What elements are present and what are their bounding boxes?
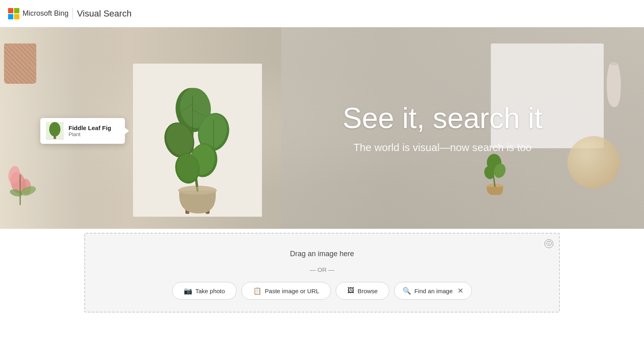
paste-url-button[interactable]: 📋 Paste image or URL bbox=[241, 282, 331, 300]
plant-svg bbox=[133, 64, 262, 217]
svg-point-27 bbox=[49, 122, 60, 137]
tooltip-card: Fiddle Leaf Fig Plant bbox=[40, 118, 125, 144]
tooltip-thumbnail bbox=[46, 122, 64, 140]
find-image-label: Find an image bbox=[414, 288, 453, 294]
take-photo-label: Take photo bbox=[195, 288, 225, 294]
hero-subtitle: The world is visual—now search is too bbox=[353, 141, 532, 154]
upload-box[interactable]: ⓘ Drag an image here — OR — 📷 Take photo… bbox=[84, 233, 560, 313]
info-icon[interactable]: ⓘ bbox=[544, 239, 553, 248]
or-divider: — OR — bbox=[310, 266, 334, 273]
browse-label: Browse bbox=[357, 288, 378, 294]
find-close-icon[interactable]: ✕ bbox=[457, 286, 463, 295]
find-image-button[interactable]: 🔍 Find an image ✕ bbox=[394, 282, 472, 300]
tooltip-category: Plant bbox=[69, 131, 111, 137]
flower-svg bbox=[6, 135, 46, 207]
browse-button[interactable]: 🖼 Browse bbox=[336, 282, 389, 300]
tooltip-name: Fiddle Leaf Fig bbox=[69, 124, 111, 131]
search-icon: 🔍 bbox=[403, 287, 411, 295]
paste-url-label: Paste image or URL bbox=[265, 288, 319, 294]
upload-section: ⓘ Drag an image here — OR — 📷 Take photo… bbox=[44, 233, 600, 313]
hero-left-area: Fiddle Leaf Fig Plant bbox=[0, 27, 282, 229]
logo-yellow bbox=[14, 14, 19, 19]
selection-image bbox=[133, 64, 262, 217]
tooltip-text: Fiddle Leaf Fig Plant bbox=[69, 124, 111, 137]
svg-rect-28 bbox=[54, 136, 56, 139]
logo-blue bbox=[8, 14, 13, 19]
camera-icon: 📷 bbox=[184, 287, 192, 295]
upload-buttons-row: 📷 Take photo 📋 Paste image or URL 🖼 Brow… bbox=[172, 282, 472, 300]
tooltip-arrow bbox=[125, 128, 129, 134]
header-divider bbox=[73, 8, 73, 19]
paste-icon: 📋 bbox=[253, 287, 262, 295]
logo-red bbox=[8, 8, 13, 13]
svg-point-25 bbox=[178, 186, 217, 195]
page-title: Visual Search bbox=[77, 8, 131, 19]
drag-text: Drag an image here bbox=[290, 250, 354, 258]
wicker-basket bbox=[4, 43, 36, 84]
microsoft-logo bbox=[8, 8, 19, 19]
flower-decoration bbox=[6, 135, 46, 209]
logo-green bbox=[14, 8, 19, 13]
browse-icon: 🖼 bbox=[347, 287, 354, 295]
brand-name: Microsoft Bing bbox=[23, 9, 69, 18]
take-photo-button[interactable]: 📷 Take photo bbox=[172, 282, 237, 300]
hero-section: Fiddle Leaf Fig Plant bbox=[0, 27, 644, 229]
header: Microsoft Bing Visual Search bbox=[0, 0, 644, 27]
hero-text-area: See it, search it The world is visual—no… bbox=[281, 27, 644, 229]
hero-tagline: See it, search it bbox=[343, 102, 542, 134]
